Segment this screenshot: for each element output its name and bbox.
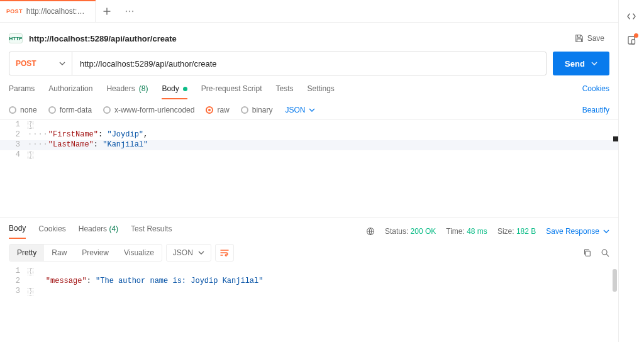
tab-settings[interactable]: Settings [308, 84, 335, 99]
sidebar-info-button[interactable] [626, 35, 636, 45]
response-tab-cookies[interactable]: Cookies [38, 224, 65, 238]
tab-method-badge: POST [6, 8, 23, 14]
save-response-label: Save Response [546, 227, 599, 236]
wrap-lines-button[interactable] [215, 244, 234, 262]
right-sidebar [619, 0, 644, 342]
response-tab-test-results[interactable]: Test Results [131, 224, 172, 238]
new-tab-button[interactable] [96, 0, 118, 22]
response-tab-body[interactable]: Body [9, 224, 26, 239]
response-tab-tests-label: Test Results [131, 224, 172, 233]
scrollbar-indicator [613, 269, 617, 292]
response-time: Time: 48 ms [446, 227, 487, 236]
bodytype-binary[interactable]: binary [241, 106, 273, 114]
tab-pre-request[interactable]: Pre-request Script [201, 84, 262, 99]
bodytype-none[interactable]: none [9, 106, 37, 114]
cookies-link-label: Cookies [582, 84, 609, 93]
notification-dot-icon [634, 33, 638, 38]
chevron-down-icon [309, 107, 315, 113]
tab-tests[interactable]: Tests [275, 84, 293, 99]
tab-authorization[interactable]: Authorization [48, 84, 92, 99]
tab-headers[interactable]: Headers (8) [106, 84, 148, 99]
code-icon [626, 11, 636, 21]
dirty-indicator-icon [183, 87, 187, 91]
response-tab-cookies-label: Cookies [38, 224, 65, 233]
view-visualize-label: Visualize [124, 248, 154, 257]
tab-authorization-label: Authorization [48, 84, 92, 93]
chevron-down-icon [59, 60, 65, 67]
bodytype-x-www-label: x-www-form-urlencoded [114, 106, 194, 114]
response-language-value: JSON [173, 248, 193, 257]
view-preview[interactable]: Preview [74, 245, 116, 261]
bodytype-form-data[interactable]: form-data [48, 106, 92, 114]
tab-params-label: Params [9, 84, 35, 93]
request-body-editor[interactable]: 1{ 2····"FirstName": "Joydip", 3····"Las… [0, 119, 618, 217]
tab-headers-count: (8) [139, 84, 148, 93]
tab-title: http://localhost:5289/ap [26, 7, 89, 16]
view-pretty[interactable]: Pretty [9, 245, 44, 261]
save-button-label: Save [587, 34, 604, 43]
tab-overflow-button[interactable] [118, 0, 141, 22]
svg-point-5 [602, 250, 607, 255]
tab-params[interactable]: Params [9, 84, 35, 99]
url-input[interactable]: http://localhost:5289/api/author/create [72, 52, 546, 75]
save-response-button[interactable]: Save Response [546, 227, 609, 236]
tab-active[interactable]: POST http://localhost:5289/ap [0, 0, 96, 22]
view-visualize[interactable]: Visualize [116, 245, 162, 261]
svg-rect-7 [632, 40, 635, 44]
method-select[interactable]: POST [9, 52, 72, 75]
minimap-cursor-icon [613, 136, 618, 141]
tab-body[interactable]: Body [162, 84, 187, 99]
url-combo: POST http://localhost:5289/api/author/cr… [9, 52, 547, 75]
request-header: HTTP http://localhost:5289/api/author/cr… [0, 23, 618, 52]
code-snippet-button[interactable] [626, 11, 636, 21]
view-preview-label: Preview [82, 248, 109, 257]
wrap-icon [220, 249, 229, 256]
raw-language-select[interactable]: JSON [285, 106, 315, 114]
save-button[interactable]: Save [570, 31, 609, 45]
response-status: Status: 200 OK [385, 227, 436, 236]
view-raw-label: Raw [52, 248, 67, 257]
response-tab-headers-label: Headers [79, 224, 107, 233]
view-pretty-label: Pretty [17, 248, 36, 257]
bodytype-binary-label: binary [252, 106, 273, 114]
globe-icon[interactable] [366, 227, 375, 236]
bodytype-x-www-form-urlencoded[interactable]: x-www-form-urlencoded [103, 106, 194, 114]
response-body-viewer[interactable]: 1{ 2 "message": "The author name is: Joy… [0, 267, 618, 301]
bodytype-raw-label: raw [217, 106, 229, 114]
json-key: "LastName" [48, 140, 94, 149]
radio-icon [241, 106, 248, 114]
radio-icon [48, 106, 56, 114]
send-button[interactable]: Send [553, 52, 609, 75]
view-raw[interactable]: Raw [44, 245, 74, 261]
ellipsis-icon [125, 10, 134, 13]
json-value: "Joydip" [107, 130, 143, 139]
chevron-down-icon [198, 250, 204, 256]
radio-icon [9, 106, 16, 114]
method-select-value: POST [16, 59, 36, 68]
tab-tests-label: Tests [275, 84, 293, 93]
tab-headers-label: Headers [106, 84, 135, 93]
copy-response-button[interactable] [583, 248, 592, 257]
tab-bar: POST http://localhost:5289/ap [0, 0, 618, 23]
raw-language-value: JSON [285, 106, 305, 114]
send-button-label: Send [565, 59, 585, 69]
svg-point-2 [132, 10, 133, 11]
plus-icon [103, 8, 111, 15]
bodytype-raw[interactable]: raw [206, 106, 229, 114]
response-tabs: Body Cookies Headers (4) Test Results St… [0, 217, 618, 239]
url-row: POST http://localhost:5289/api/author/cr… [0, 52, 618, 75]
tab-body-label: Body [162, 84, 179, 93]
search-response-button[interactable] [601, 248, 609, 257]
beautify-button[interactable]: Beautify [582, 106, 609, 114]
response-tab-headers-count: (4) [109, 224, 118, 233]
svg-point-0 [126, 10, 127, 11]
response-tab-headers[interactable]: Headers (4) [79, 224, 118, 238]
response-size: Size: 182 B [497, 227, 536, 236]
response-status-value: 200 OK [411, 227, 436, 236]
radio-icon [206, 106, 213, 114]
response-language-select[interactable]: JSON [166, 244, 211, 262]
json-value: "The author name is: Joydip Kanjilal" [96, 277, 263, 285]
response-view-segmented: Pretty Raw Preview Visualize [9, 244, 162, 262]
response-tab-body-label: Body [9, 224, 26, 233]
cookies-link[interactable]: Cookies [582, 84, 609, 99]
